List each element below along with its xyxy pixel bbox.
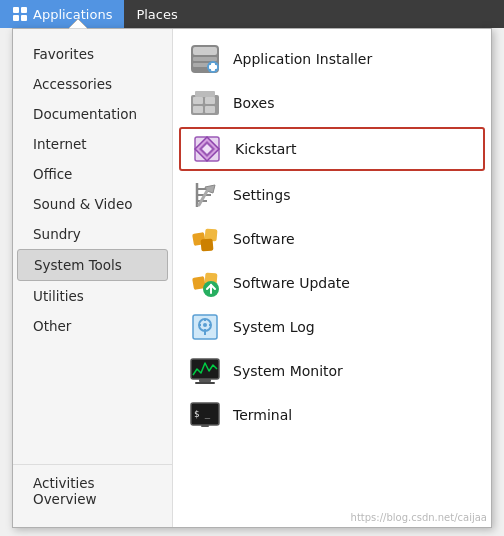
svg-rect-8 xyxy=(193,63,209,67)
svg-rect-3 xyxy=(21,15,27,21)
applications-icon xyxy=(12,6,28,22)
svg-rect-46 xyxy=(201,425,209,427)
terminal-label: Terminal xyxy=(233,407,292,423)
svg-rect-11 xyxy=(209,65,217,69)
settings-label: Settings xyxy=(233,187,290,203)
software-update-label: Software Update xyxy=(233,275,350,291)
app-installer-label: Application Installer xyxy=(233,51,372,67)
app-installer-icon xyxy=(189,43,221,75)
svg-rect-43 xyxy=(195,382,215,384)
sidebar-item-office[interactable]: Office xyxy=(13,159,172,189)
sidebar-item-sundry[interactable]: Sundry xyxy=(13,219,172,249)
settings-icon xyxy=(189,179,221,211)
sidebar-item-other[interactable]: Other xyxy=(13,311,172,341)
svg-rect-15 xyxy=(193,106,203,113)
svg-marker-4 xyxy=(68,19,88,29)
right-panel: Application Installer Boxes xyxy=(173,29,491,527)
sidebar-item-internet[interactable]: Internet xyxy=(13,129,172,159)
svg-line-26 xyxy=(199,191,207,205)
list-item-boxes[interactable]: Boxes xyxy=(173,81,491,125)
svg-point-36 xyxy=(203,323,207,327)
kickstart-label: Kickstart xyxy=(235,141,296,157)
list-item-software[interactable]: Software xyxy=(173,217,491,261)
sidebar-item-documentation[interactable]: Documentation xyxy=(13,99,172,129)
list-item-app-installer[interactable]: Application Installer xyxy=(173,37,491,81)
list-item-system-log[interactable]: System Log xyxy=(173,305,491,349)
svg-rect-6 xyxy=(193,47,217,55)
svg-rect-14 xyxy=(205,97,215,104)
sidebar-item-sound-video[interactable]: Sound & Video xyxy=(13,189,172,219)
svg-rect-16 xyxy=(205,106,215,113)
applications-menu[interactable]: Applications xyxy=(0,0,124,28)
dropdown-arrow xyxy=(68,19,88,29)
terminal-icon: $ _ xyxy=(189,399,221,431)
system-log-icon xyxy=(189,311,221,343)
svg-rect-17 xyxy=(195,91,215,97)
list-item-software-update[interactable]: Software Update xyxy=(173,261,491,305)
kickstart-icon xyxy=(191,133,223,165)
software-icon xyxy=(189,223,221,255)
svg-text:$ _: $ _ xyxy=(194,409,211,419)
svg-rect-1 xyxy=(21,7,27,13)
sidebar-item-system-tools[interactable]: System Tools xyxy=(17,249,168,281)
svg-rect-0 xyxy=(13,7,19,13)
system-log-label: System Log xyxy=(233,319,315,335)
list-item-system-monitor[interactable]: System Monitor xyxy=(173,349,491,393)
places-label: Places xyxy=(136,7,177,22)
list-item-kickstart[interactable]: Kickstart xyxy=(179,127,485,171)
svg-rect-41 xyxy=(191,359,219,379)
list-item-terminal[interactable]: $ _ Terminal xyxy=(173,393,491,437)
boxes-label: Boxes xyxy=(233,95,275,111)
boxes-icon xyxy=(189,87,221,119)
system-monitor-label: System Monitor xyxy=(233,363,343,379)
sidebar-item-utilities[interactable]: Utilities xyxy=(13,281,172,311)
software-update-icon xyxy=(189,267,221,299)
list-item-settings[interactable]: Settings xyxy=(173,173,491,217)
svg-rect-42 xyxy=(199,379,211,382)
system-monitor-icon xyxy=(189,355,221,387)
svg-rect-29 xyxy=(200,238,213,251)
svg-rect-13 xyxy=(193,97,203,104)
software-label: Software xyxy=(233,231,295,247)
watermark: https://blog.csdn.net/caijaa xyxy=(351,512,487,523)
sidebar-item-accessories[interactable]: Accessories xyxy=(13,69,172,99)
activities-overview[interactable]: Activities Overview xyxy=(13,464,172,517)
dropdown-container: Favorites Accessories Documentation Inte… xyxy=(12,28,492,528)
svg-rect-7 xyxy=(193,57,217,61)
sidebar-item-favorites[interactable]: Favorites xyxy=(13,39,172,69)
left-panel: Favorites Accessories Documentation Inte… xyxy=(13,29,173,527)
svg-rect-2 xyxy=(13,15,19,21)
places-menu[interactable]: Places xyxy=(124,0,189,28)
